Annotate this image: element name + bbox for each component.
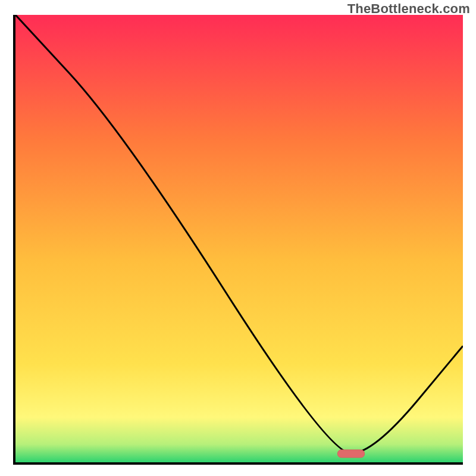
chart-container: TheBottleneck.com bbox=[0, 0, 476, 476]
optimum-marker bbox=[337, 450, 364, 458]
gradient-background bbox=[15, 15, 463, 462]
chart-svg bbox=[15, 15, 463, 462]
plot-area bbox=[15, 15, 463, 462]
